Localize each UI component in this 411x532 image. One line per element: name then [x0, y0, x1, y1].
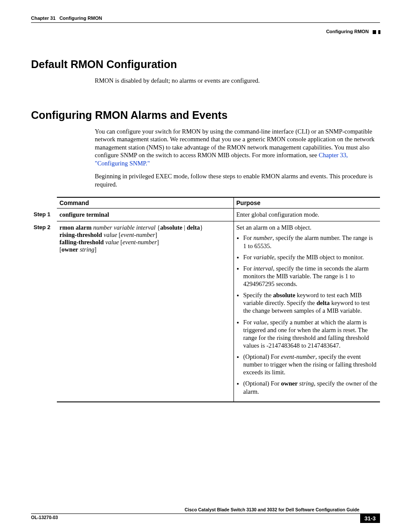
heading-config-alarms: Configuring RMON Alarms and Events: [31, 109, 380, 121]
header-section-right-text: Configuring RMON: [326, 29, 369, 34]
config-alarms-para2: Beginning in privileged EXEC mode, follo…: [95, 172, 380, 188]
config-alarms-para1: You can configure your switch for RMON b…: [95, 128, 380, 168]
cmd-configure-terminal: configure terminal: [59, 211, 109, 218]
steps-table: Command Purpose Step 1 configure termina…: [31, 197, 380, 402]
body-config-alarms: You can configure your switch for RMON b…: [95, 128, 380, 189]
list-item: For interval, specify the time in second…: [243, 264, 378, 288]
page-footer: Cisco Catalyst Blade Switch 3130 and 303…: [31, 507, 380, 520]
chapter-title-header: Configuring RMON: [59, 16, 102, 21]
list-item: For number, specify the alarm number. Th…: [243, 234, 378, 249]
list-item: (Optional) For event-number, specify the…: [243, 353, 378, 376]
chapter-label: Chapter 31: [31, 16, 56, 21]
step2-label: Step 2: [31, 221, 57, 402]
step2-purpose-list: For number, specify the alarm number. Th…: [237, 234, 378, 395]
list-item: For variable, specify the MIB object to …: [243, 253, 378, 261]
list-item: (Optional) For owner string, specify the…: [243, 380, 378, 395]
table-row: Step 2 rmon alarm number variable interv…: [31, 221, 380, 402]
step1-purpose: Enter global configuration mode.: [234, 208, 380, 221]
page: Chapter 31 Configuring RMON Configuring …: [0, 0, 411, 532]
list-item: For value, specify a number at which the…: [243, 318, 378, 350]
step2-command: rmon alarm number variable interval {abs…: [57, 221, 234, 402]
body-default-rmon: RMON is disabled by default; no alarms o…: [95, 77, 380, 85]
footer-page-number: 31-3: [360, 514, 380, 523]
th-command: Command: [57, 197, 234, 208]
step2-purpose-intro: Set an alarm on a MIB object.: [237, 224, 378, 231]
footer-doc-id: OL-13270-03: [31, 515, 58, 520]
step1-command: configure terminal: [57, 208, 234, 221]
page-header: Chapter 31 Configuring RMON: [31, 16, 380, 23]
th-purpose: Purpose: [234, 197, 380, 208]
list-item: Specify the absolute keyword to test eac…: [243, 291, 378, 314]
default-rmon-text: RMON is disabled by default; no alarms o…: [95, 77, 380, 85]
step2-purpose: Set an alarm on a MIB object. For number…: [234, 221, 380, 402]
step1-label: Step 1: [31, 208, 57, 221]
footer-guide-title: Cisco Catalyst Blade Switch 3130 and 303…: [31, 507, 380, 514]
heading-default-rmon: Default RMON Configuration: [31, 58, 380, 71]
header-section-right: Configuring RMON: [31, 29, 380, 34]
table-row: Step 1 configure terminal Enter global c…: [31, 208, 380, 221]
